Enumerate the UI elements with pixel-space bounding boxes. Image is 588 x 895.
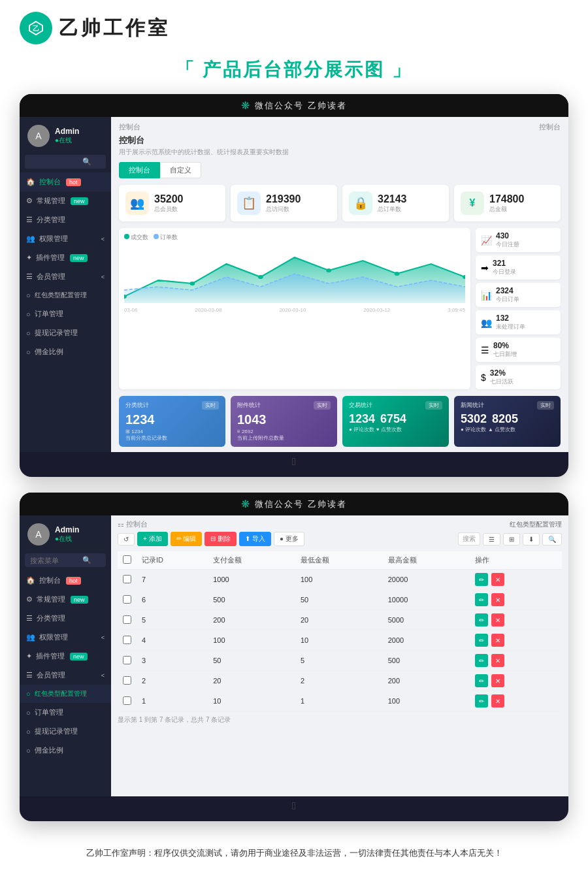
- today-order-icon: 📊: [481, 290, 492, 301]
- edit-row-btn[interactable]: ✏: [475, 634, 488, 647]
- username: Admin: [55, 127, 103, 136]
- breadcrumb-right2: 红包类型配置管理: [510, 520, 562, 529]
- sidebar-item-plugin[interactable]: ✦ 插件管理 new: [20, 248, 111, 267]
- more-button[interactable]: ● 更多: [274, 532, 304, 546]
- refresh-button[interactable]: ↺: [118, 533, 135, 545]
- row-checkbox[interactable]: [123, 656, 131, 664]
- sidebar-item-member[interactable]: ☰ 会员管理 <: [20, 267, 111, 286]
- delete-row-btn[interactable]: ✕: [491, 634, 504, 647]
- screen2: ❋ 微信公众号 乙帅读者 A Admin ●在线 🔍 🏠 控制台 hot: [20, 493, 568, 821]
- sidebar-item-order[interactable]: ○ 订单管理: [20, 304, 111, 323]
- sidebar2-item-plugin[interactable]: ✦ 插件管理 new: [20, 647, 111, 666]
- sidebar2-item-redpack[interactable]: ○ 红包类型配置管理: [20, 685, 111, 703]
- bcard-pair2: 5302 8205: [461, 412, 554, 426]
- sidebar2-item-permission[interactable]: 👥 权限管理 <: [20, 628, 111, 647]
- weekly-active-label: 七日活跃: [490, 378, 514, 386]
- stat-members: 👥 35200 总会员数: [119, 185, 225, 221]
- sidebar-search[interactable]: 🔍: [25, 155, 106, 169]
- table-row: 5 200 20 5000 ✏ ✕: [118, 610, 562, 630]
- columns-btn[interactable]: ⊞: [503, 533, 520, 545]
- delete-row-btn[interactable]: ✕: [491, 613, 504, 626]
- bcard-pair-val3: 5302: [461, 412, 487, 426]
- bcard-header2: 附件统计 实时: [237, 401, 331, 410]
- delete-button[interactable]: ⊟ 删除: [204, 532, 237, 546]
- sidebar2-search[interactable]: 🔍: [25, 553, 106, 567]
- view-toggle-btn[interactable]: ☰: [483, 533, 500, 545]
- cell-max: 200: [383, 671, 470, 691]
- edit-row-btn[interactable]: ✏: [475, 674, 488, 687]
- dashboard-icon2: 🏠: [26, 576, 35, 585]
- sidebar-item-permission[interactable]: 👥 权限管理 <: [20, 229, 111, 248]
- username2: Admin: [55, 525, 103, 534]
- add-button[interactable]: + 添加: [137, 532, 168, 546]
- sidebar-menu: 🏠 控制台 hot ⚙ 常规管理 new ☰ 分类管理 👥 权限管理 <: [20, 172, 111, 452]
- edit-row-btn[interactable]: ✏: [475, 573, 488, 586]
- delete-row-btn[interactable]: ✕: [491, 674, 504, 687]
- chart-svg: [124, 244, 465, 303]
- cell-max: 20000: [383, 570, 470, 590]
- row-checkbox[interactable]: [123, 615, 131, 624]
- sidebar2-item-commission[interactable]: ○ 佣金比例: [20, 741, 111, 760]
- row-checkbox[interactable]: [123, 676, 131, 685]
- stat-info3: 32143 总订单数: [378, 193, 407, 214]
- export-btn[interactable]: ⬇: [523, 533, 540, 545]
- members-icon: 👥: [125, 191, 149, 215]
- row-checkbox[interactable]: [123, 575, 131, 583]
- delete-row-btn[interactable]: ✕: [491, 654, 504, 667]
- bcard-header4: 新闻统计 实时: [461, 401, 554, 410]
- sidebar2-item-dashboard[interactable]: 🏠 控制台 hot: [20, 571, 111, 590]
- avatar: A: [27, 125, 50, 147]
- tab-dashboard[interactable]: 控制台: [119, 162, 160, 178]
- bcard-realtime2: 实时: [314, 401, 331, 410]
- delete-row-btn[interactable]: ✕: [491, 694, 504, 708]
- delete-row-btn[interactable]: ✕: [491, 593, 504, 606]
- row-checkbox-cell: [118, 570, 137, 590]
- search-input2[interactable]: [30, 557, 82, 564]
- bcard-header: 分类统计 实时: [125, 401, 219, 410]
- select-all-checkbox[interactable]: [123, 555, 131, 564]
- sidebar2-item-withdraw[interactable]: ○ 提现记录管理: [20, 722, 111, 741]
- sidebar2-item-general[interactable]: ⚙ 常规管理 new: [20, 590, 111, 609]
- chart-legend: 成交数 订单数: [124, 233, 465, 242]
- row-checkbox[interactable]: [123, 636, 131, 644]
- permission-icon: 👥: [26, 235, 35, 243]
- sidebar2-item-order[interactable]: ○ 订单管理: [20, 703, 111, 722]
- sidebar-item-withdraw[interactable]: ○ 提现记录管理: [20, 323, 111, 342]
- import-button[interactable]: ⬆ 导入: [239, 532, 271, 546]
- edit-row-btn[interactable]: ✏: [475, 593, 488, 606]
- sidebar-item-dashboard[interactable]: 🏠 控制台 hot: [20, 172, 111, 191]
- table-row: 6 500 50 10000 ✏ ✕: [118, 590, 562, 610]
- row-checkbox[interactable]: [123, 696, 131, 705]
- cell-max: 10000: [383, 590, 470, 610]
- sidebar2-item-category[interactable]: ☰ 分类管理: [20, 609, 111, 628]
- sidebar-item-label: 会员管理: [37, 272, 65, 282]
- sidebar-item-redpack[interactable]: ○ 红包类型配置管理: [20, 286, 111, 304]
- sidebar-item-category[interactable]: ☰ 分类管理: [20, 210, 111, 229]
- table-search[interactable]: 搜索: [458, 532, 480, 545]
- table-search-btn[interactable]: 🔍: [542, 533, 562, 545]
- search-icon2: 🔍: [82, 556, 91, 564]
- edit-button[interactable]: ✏ 编辑: [171, 532, 203, 546]
- breadcrumb-row2: ⚏ 控制台 红包类型配置管理: [118, 519, 562, 529]
- search-input[interactable]: [30, 158, 82, 166]
- tab-custom[interactable]: 自定义: [160, 162, 201, 178]
- stat-label3: 总订单数: [378, 205, 407, 214]
- sidebar2-label5: 插件管理: [36, 651, 65, 661]
- main-content1: 控制台 控制台 控制台 用于展示示范系统中的统计数据、统计报表及重要实时数据 控…: [111, 117, 568, 452]
- sidebar-item-commission[interactable]: ○ 佣金比例: [20, 342, 111, 361]
- sidebar2-label8: 订单管理: [35, 708, 63, 717]
- edit-row-btn[interactable]: ✏: [475, 694, 488, 708]
- sidebar2-item-member[interactable]: ☰ 会员管理 <: [20, 666, 111, 685]
- edit-row-btn[interactable]: ✏: [475, 613, 488, 626]
- chevron-icon2: <: [101, 274, 105, 280]
- sidebar-user: A Admin ●在线: [20, 117, 111, 152]
- cell-id: 2: [137, 671, 208, 691]
- edit-row-btn[interactable]: ✏: [475, 654, 488, 667]
- sidebar-item-general[interactable]: ⚙ 常规管理 new: [20, 191, 111, 210]
- row-checkbox[interactable]: [123, 595, 131, 604]
- cell-action: ✏ ✕: [470, 610, 562, 630]
- page-desc: 用于展示示范系统中的统计数据、统计报表及重要实时数据: [119, 148, 561, 157]
- general-icon2: ⚙: [26, 595, 33, 604]
- cell-min: 20: [295, 610, 383, 630]
- delete-row-btn[interactable]: ✕: [491, 573, 504, 586]
